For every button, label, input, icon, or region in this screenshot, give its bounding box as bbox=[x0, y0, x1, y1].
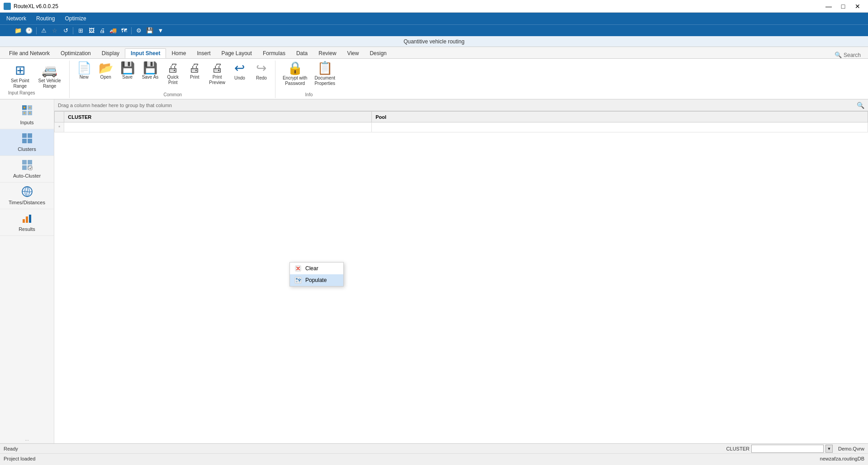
svg-rect-11 bbox=[28, 139, 32, 143]
maximize-button[interactable]: □ bbox=[836, 2, 850, 11]
common-group-label: Common bbox=[163, 92, 182, 98]
svg-rect-9 bbox=[28, 133, 32, 138]
toolbar-grid-icon[interactable]: ⊞ bbox=[76, 26, 85, 35]
app-title-text: Quantitive vehicle routing bbox=[403, 38, 465, 45]
menu-network[interactable]: Network bbox=[2, 14, 31, 23]
new-row-marker: * bbox=[55, 122, 64, 132]
tab-review[interactable]: Review bbox=[313, 48, 342, 58]
grid-table: CLUSTER Pool * bbox=[54, 111, 868, 132]
svg-rect-19 bbox=[23, 219, 25, 223]
sidebar: Inputs Clusters bbox=[0, 99, 54, 443]
grid-search-icon[interactable]: 🔍 bbox=[857, 102, 864, 109]
cluster-column-header[interactable]: CLUSTER bbox=[64, 112, 372, 122]
project-file-name: Demo.Qvrw bbox=[838, 446, 864, 451]
project-loaded-bar: Project loaded newzafza.routingDB bbox=[0, 453, 868, 463]
document-properties-button[interactable]: 📋 DocumentProperties bbox=[312, 61, 338, 88]
toolbar-map-icon[interactable]: 🗺 bbox=[119, 26, 128, 35]
print-preview-label: PrintPreview bbox=[209, 75, 225, 85]
set-point-range-button[interactable]: ⊞ Set PointRange bbox=[8, 63, 32, 90]
svg-rect-26 bbox=[296, 281, 298, 282]
toolbar-settings-icon[interactable]: ⚙ bbox=[134, 26, 143, 35]
app-icon bbox=[4, 3, 11, 10]
new-icon: 📄 bbox=[77, 62, 91, 74]
tab-input-sheet[interactable]: Input Sheet bbox=[125, 48, 166, 58]
tab-optimization[interactable]: Optimization bbox=[55, 48, 96, 58]
window-controls: — □ ✕ bbox=[822, 2, 864, 11]
cluster-new-cell[interactable] bbox=[64, 122, 372, 132]
toolbar-image-icon[interactable]: 🖼 bbox=[87, 26, 96, 35]
context-menu-populate[interactable]: Populate bbox=[290, 274, 343, 286]
toolbar-truck-icon[interactable]: 🚚 bbox=[109, 26, 118, 35]
minimize-button[interactable]: — bbox=[822, 2, 835, 11]
toolbar-folder-icon[interactable]: 📁 bbox=[14, 26, 23, 35]
input-ranges-group-label: Input Ranges bbox=[8, 90, 64, 96]
set-vehicle-range-button[interactable]: 🚐 Set VehicleRange bbox=[36, 63, 64, 90]
context-menu-clear[interactable]: Clear bbox=[290, 263, 343, 274]
tab-home[interactable]: Home bbox=[166, 48, 191, 58]
populate-icon bbox=[294, 277, 302, 284]
grid-header-bar: Drag a column header here to group by th… bbox=[54, 99, 868, 111]
menu-routing[interactable]: Routing bbox=[32, 14, 59, 23]
undo-icon: ↩ bbox=[234, 62, 245, 75]
sidebar-dots: ... bbox=[0, 435, 54, 443]
close-button[interactable]: ✕ bbox=[851, 2, 864, 11]
menu-optimize[interactable]: Optimize bbox=[60, 14, 90, 23]
toolbar-info-icon[interactable]: ℹ bbox=[3, 26, 12, 35]
undo-button[interactable]: ↩ Undo bbox=[230, 61, 250, 82]
cluster-field: CLUSTER ▼ bbox=[726, 445, 833, 453]
encrypt-password-button[interactable]: 🔒 Encrypt withPassword bbox=[280, 61, 310, 88]
save-button[interactable]: 💾 Save bbox=[118, 61, 138, 81]
pool-column-header[interactable]: Pool bbox=[372, 112, 868, 122]
sidebar-item-auto-cluster[interactable]: Auto-Cluster bbox=[0, 156, 54, 183]
save-as-button[interactable]: 💾 Save As bbox=[139, 61, 161, 81]
tab-page-layout[interactable]: Page Layout bbox=[216, 48, 257, 58]
toolbar-warning-icon[interactable]: ⚠ bbox=[39, 26, 48, 35]
toolbar-save-icon[interactable]: 💾 bbox=[145, 26, 154, 35]
print-button[interactable]: 🖨 Print bbox=[185, 61, 204, 81]
tab-design[interactable]: Design bbox=[364, 48, 392, 58]
quick-print-button[interactable]: 🖨 QuickPrint bbox=[163, 61, 183, 87]
db-name: newzafza.routingDB bbox=[820, 456, 864, 461]
print-preview-button[interactable]: 🖨 PrintPreview bbox=[206, 61, 228, 87]
svg-point-6 bbox=[24, 112, 25, 114]
tab-insert[interactable]: Insert bbox=[191, 48, 216, 58]
toolbar-undo-icon[interactable]: ↺ bbox=[61, 26, 70, 35]
cluster-field-label: CLUSTER bbox=[726, 446, 749, 451]
tab-data[interactable]: Data bbox=[291, 48, 313, 58]
print-label: Print bbox=[190, 75, 199, 80]
document-properties-icon: 📋 bbox=[317, 62, 333, 75]
tab-formulas[interactable]: Formulas bbox=[257, 48, 291, 58]
cluster-dropdown[interactable]: ▼ bbox=[825, 445, 833, 453]
save-label: Save bbox=[122, 75, 133, 80]
menu-bar: Network Routing Optimize bbox=[0, 13, 868, 24]
document-properties-label: DocumentProperties bbox=[314, 75, 335, 86]
ribbon-group-info: 🔒 Encrypt withPassword 📋 DocumentPropert… bbox=[276, 61, 342, 98]
ribbon-tabs: File and Network Optimization Display In… bbox=[0, 47, 868, 59]
context-menu: Clear Populate bbox=[289, 262, 344, 287]
sidebar-item-inputs[interactable]: Inputs bbox=[0, 101, 54, 129]
clusters-label: Clusters bbox=[18, 146, 36, 152]
save-icon: 💾 bbox=[120, 62, 135, 74]
set-point-range-icon: ⊞ bbox=[15, 64, 25, 77]
tab-view[interactable]: View bbox=[342, 48, 365, 58]
sidebar-item-results[interactable]: Results bbox=[0, 209, 54, 236]
svg-rect-12 bbox=[22, 160, 27, 164]
toolbar-print-icon[interactable]: 🖨 bbox=[98, 26, 107, 35]
sidebar-item-clusters[interactable]: Clusters bbox=[0, 129, 54, 156]
quick-print-icon: 🖨 bbox=[167, 62, 179, 74]
times-distances-label: Times/Distances bbox=[9, 200, 45, 205]
pool-new-cell[interactable] bbox=[372, 122, 868, 132]
toolbar-separator-3 bbox=[131, 27, 132, 34]
new-button[interactable]: 📄 New bbox=[74, 61, 94, 81]
toolbar-clock-icon[interactable]: 🕐 bbox=[24, 26, 33, 35]
search-label[interactable]: Search bbox=[844, 52, 861, 58]
toolbar-dropdown-icon[interactable]: ▼ bbox=[156, 26, 165, 35]
redo-button[interactable]: ↪ Redo bbox=[251, 61, 271, 82]
sidebar-item-times-distances[interactable]: Times/Distances bbox=[0, 183, 54, 209]
toolbar-star-icon[interactable]: ☆ bbox=[50, 26, 59, 35]
tab-display[interactable]: Display bbox=[96, 48, 125, 58]
cluster-input[interactable] bbox=[751, 445, 824, 453]
toolbar-separator-2 bbox=[73, 27, 73, 34]
open-button[interactable]: 📂 Open bbox=[96, 61, 116, 81]
tab-file-network[interactable]: File and Network bbox=[4, 48, 55, 58]
